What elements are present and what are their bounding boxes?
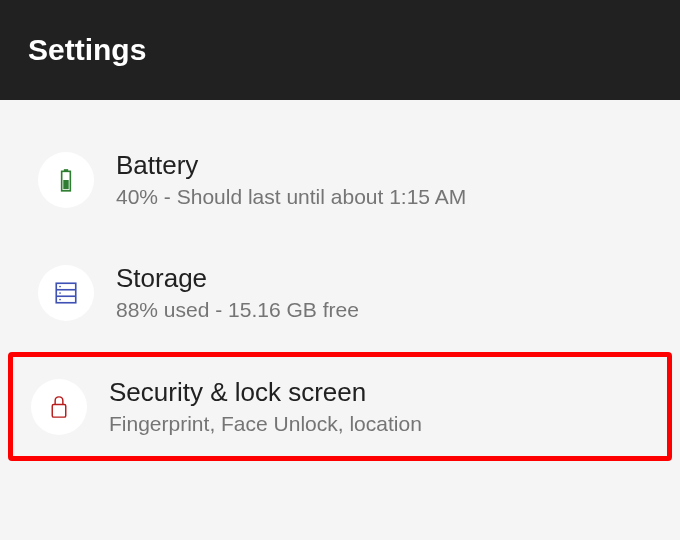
svg-rect-1 [64,169,68,171]
svg-point-6 [59,285,61,287]
settings-item-battery[interactable]: Battery 40% - Should last until about 1:… [12,126,668,233]
svg-rect-3 [56,283,76,303]
settings-item-security[interactable]: Security & lock screen Fingerprint, Face… [8,352,672,461]
app-header: Settings [0,0,680,100]
settings-item-title: Battery [116,150,466,181]
svg-point-7 [59,292,61,294]
page-title: Settings [28,33,146,67]
settings-item-text: Battery 40% - Should last until about 1:… [116,150,466,209]
svg-rect-9 [52,405,66,418]
settings-item-subtitle: 88% used - 15.16 GB free [116,298,359,322]
svg-point-8 [59,298,61,300]
battery-icon [38,152,94,208]
settings-item-title: Storage [116,263,359,294]
lock-icon [31,379,87,435]
settings-item-subtitle: Fingerprint, Face Unlock, location [109,412,422,436]
settings-item-text: Storage 88% used - 15.16 GB free [116,263,359,322]
settings-item-text: Security & lock screen Fingerprint, Face… [109,377,422,436]
settings-list: Battery 40% - Should last until about 1:… [0,100,680,487]
settings-item-storage[interactable]: Storage 88% used - 15.16 GB free [12,239,668,346]
settings-item-subtitle: 40% - Should last until about 1:15 AM [116,185,466,209]
storage-icon [38,265,94,321]
settings-item-title: Security & lock screen [109,377,422,408]
svg-rect-2 [63,180,68,189]
